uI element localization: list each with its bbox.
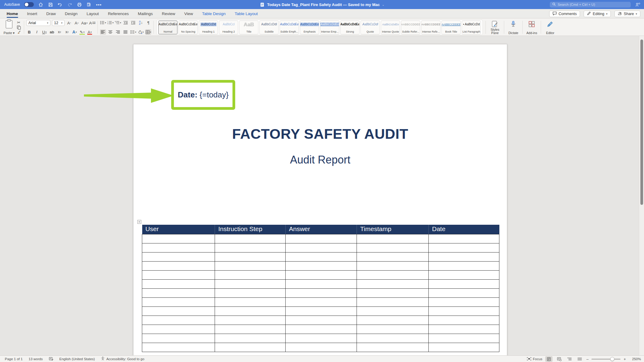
table-cell[interactable] (142, 234, 215, 243)
table-cell[interactable] (286, 243, 357, 252)
table-cell[interactable] (357, 261, 429, 270)
table-cell[interactable] (429, 270, 499, 279)
style-chip-intensequote[interactable]: AaBbCcDdEeIntense Quote (381, 21, 400, 34)
table-cell[interactable] (215, 270, 286, 279)
zoom-level[interactable]: 250% (629, 357, 641, 361)
add-ins-button[interactable]: Add-ins (525, 20, 539, 35)
align-left-button[interactable] (100, 29, 106, 35)
subscript-button[interactable]: x2 (56, 29, 62, 35)
account-share-icon[interactable] (635, 2, 640, 7)
tab-draw[interactable]: Draw (46, 9, 56, 18)
highlight-color-icon[interactable]: ✎▾ (79, 29, 85, 35)
more-commands-icon[interactable]: ••• (96, 2, 102, 7)
table-cell[interactable] (429, 316, 499, 325)
table-cell[interactable] (286, 297, 357, 306)
table-cell[interactable] (286, 270, 357, 279)
table-cell[interactable] (286, 306, 357, 316)
home-icon[interactable] (38, 2, 43, 7)
underline-button[interactable]: U▾ (41, 29, 47, 35)
print-layout-view-button[interactable] (545, 356, 553, 362)
table-cell[interactable] (286, 279, 357, 288)
style-chip-nospacing[interactable]: AaBbCcDdEeNo Spacing (178, 21, 198, 34)
table-cell[interactable] (429, 252, 499, 261)
style-chip-subtitle[interactable]: AaBbCcDdISubtitle (259, 21, 279, 34)
table-cell[interactable] (286, 288, 357, 297)
table-cell[interactable] (215, 288, 286, 297)
sort-icon[interactable]: AZ↓ (138, 20, 144, 25)
bullet-list-icon[interactable]: ▾ (100, 20, 106, 25)
vertical-scrollbar[interactable] (639, 36, 644, 355)
comments-button[interactable]: Comments (549, 11, 580, 17)
table-header-timestamp[interactable]: Timestamp (357, 225, 429, 234)
strikethrough-button[interactable]: ab (49, 29, 55, 35)
table-cell[interactable] (357, 306, 429, 316)
tab-view[interactable]: View (184, 9, 193, 18)
show-paragraph-marks-icon[interactable]: ¶ (145, 20, 151, 25)
title-chevron-icon[interactable]: ⌄ (382, 3, 384, 6)
table-cell[interactable] (286, 325, 357, 334)
table-cell[interactable] (429, 297, 499, 306)
table-cell[interactable] (215, 243, 286, 252)
dictate-button[interactable]: Dictate (506, 20, 520, 35)
numbered-list-icon[interactable]: 123▾ (107, 20, 114, 25)
style-chip-listpara[interactable]: • AaBbCcDdList Paragraph (462, 21, 481, 34)
table-cell[interactable] (215, 297, 286, 306)
zoom-slider[interactable] (591, 359, 620, 360)
table-cell[interactable] (357, 288, 429, 297)
style-chip-intenseemp[interactable]: AaBbCcDdEeIntense Emp... (320, 21, 339, 34)
tab-layout[interactable]: Layout (87, 9, 99, 18)
superscript-button[interactable]: x2 (64, 29, 70, 35)
table-move-handle[interactable]: + (137, 220, 141, 224)
editor-button[interactable]: Editor (543, 20, 557, 35)
table-cell[interactable] (215, 316, 286, 325)
font-color-icon[interactable]: A▾ (87, 29, 93, 35)
table-header-instruction-step[interactable]: Instruction Step (215, 225, 286, 234)
table-cell[interactable] (142, 297, 215, 306)
table-cell[interactable] (357, 243, 429, 252)
table-cell[interactable] (429, 288, 499, 297)
zoom-out-button[interactable]: – (586, 357, 588, 361)
language-indicator[interactable]: English (United States) (59, 357, 95, 361)
style-chip-heading2[interactable]: AaBbCcIHeading 2 (219, 21, 238, 34)
table-cell[interactable] (357, 270, 429, 279)
table-cell[interactable] (286, 234, 357, 243)
style-chip-strong[interactable]: AaBbCcDdEeStrong (340, 21, 360, 34)
save-icon[interactable] (48, 2, 53, 7)
table-cell[interactable] (286, 343, 357, 352)
style-chip-subtleemph[interactable]: AaBbCcDdEeSubtle Emph... (280, 21, 299, 34)
document-heading[interactable]: FACTORY SAFETY AUDIT (133, 125, 507, 142)
style-chip-emphasis[interactable]: AaBbCcDdEeEmphasis (300, 21, 319, 34)
date-field-annotation-box[interactable]: Date: {=today} (171, 80, 235, 110)
table-cell[interactable] (215, 325, 286, 334)
table-cell[interactable] (215, 306, 286, 316)
cut-icon[interactable]: ✂ (16, 20, 22, 25)
table-cell[interactable] (357, 334, 429, 343)
table-cell[interactable] (215, 343, 286, 352)
line-spacing-icon[interactable]: ▾ (130, 29, 136, 35)
table-cell[interactable] (429, 279, 499, 288)
tab-table-design[interactable]: Table Design (202, 9, 226, 18)
tab-insert[interactable]: Insert (27, 9, 37, 18)
proofing-icon[interactable] (49, 357, 53, 361)
style-chip-booktitle[interactable]: AABBCCDDEEBook Title (441, 21, 461, 34)
font-size-select[interactable]: 12▾ (52, 20, 65, 26)
style-chip-normal[interactable]: AaBbCcDdEeNormal (158, 21, 178, 34)
table-cell[interactable] (142, 288, 215, 297)
shading-icon[interactable]: ▾ (138, 29, 144, 35)
table-cell[interactable] (142, 252, 215, 261)
search-field[interactable] (558, 3, 628, 6)
style-chip-subtleref[interactable]: AABBCCDDEESubtle Refer... (401, 21, 420, 34)
table-header-answer[interactable]: Answer (286, 225, 357, 234)
table-cell[interactable] (286, 334, 357, 343)
shrink-font-icon[interactable]: A˅ (74, 20, 80, 26)
table-cell[interactable] (215, 334, 286, 343)
document-subheading[interactable]: Audit Report (133, 154, 507, 166)
draft-view-button[interactable] (576, 356, 583, 362)
align-center-button[interactable] (107, 29, 114, 35)
table-cell[interactable] (357, 325, 429, 334)
borders-icon[interactable]: ▾ (145, 29, 151, 35)
search-input[interactable] (550, 2, 631, 8)
italic-button[interactable]: I (34, 29, 40, 35)
copy-icon[interactable] (16, 25, 22, 30)
table-cell[interactable] (215, 261, 286, 270)
